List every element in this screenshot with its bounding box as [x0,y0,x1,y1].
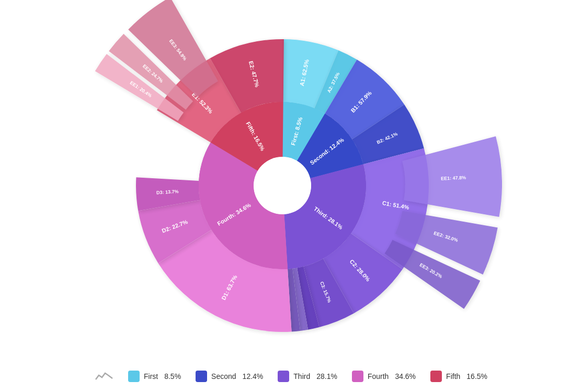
svg-text:EE1: 47.8%: EE1: 47.8% [441,175,466,181]
legend-pct: 28.1% [316,372,337,381]
legend-item: Fourth 34.6% [352,371,416,382]
legend-label: Fourth [368,372,389,381]
legend-pct: 16.5% [466,372,487,381]
legend-item: First 8.5% [128,371,181,382]
legend-pct: 34.6% [395,372,416,381]
legend-swatch [352,371,363,382]
svg-point-28 [254,157,311,214]
watermark [95,369,113,384]
legend: First 8.5% Second 12.4% Third 28.1% Four… [0,361,582,392]
legend-label: Fifth [446,372,460,381]
legend-swatch [196,371,207,382]
legend-label: Second [211,372,236,381]
sunburst-chart[interactable]: First: 8.5%Second: 12.4%Third: 28.1%Four… [0,0,582,361]
legend-pct: 12.4% [243,372,264,381]
legend-label: Third [293,372,310,381]
legend-swatch [128,371,140,382]
legend-swatch [430,371,442,382]
legend-pct: 8.5% [164,372,181,381]
legend-item: Fifth 16.5% [430,371,487,382]
legend-item: Third 28.1% [278,371,337,382]
legend-swatch [278,371,289,382]
legend-label: First [144,372,158,381]
chart-container: First: 8.5%Second: 12.4%Third: 28.1%Four… [0,0,582,361]
legend-item: Second 12.4% [196,371,263,382]
